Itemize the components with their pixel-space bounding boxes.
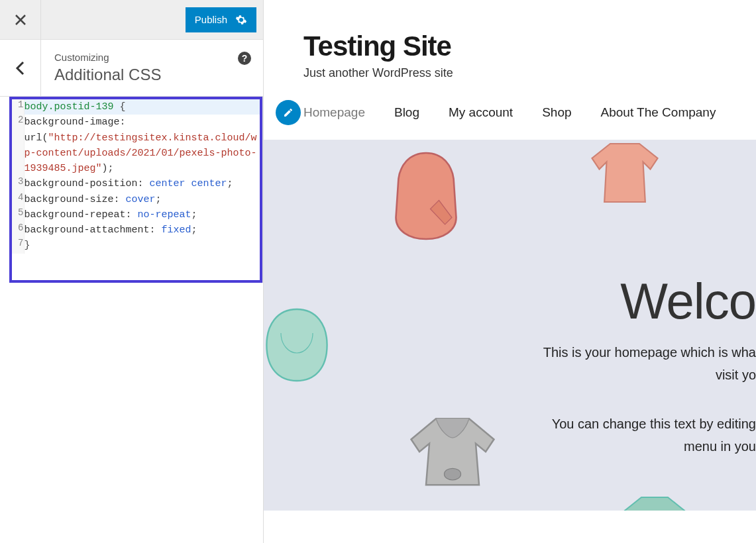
edit-shortcut-button[interactable] <box>276 100 301 125</box>
svg-point-0 <box>445 468 461 480</box>
back-button[interactable] <box>0 40 41 96</box>
close-customizer-button[interactable] <box>0 0 41 40</box>
customizer-sidebar: Publish Customizing Additional CSS ? 1bo… <box>0 0 264 543</box>
hero-paragraph: menu in you <box>684 439 756 454</box>
code-editor-content: 1body.postid-139 {2background-image:url(… <box>12 99 260 254</box>
publish-button[interactable]: Publish <box>186 7 256 32</box>
site-preview: Testing Site Just another WordPress site… <box>264 0 756 543</box>
menu-item[interactable]: My account <box>449 105 513 120</box>
pencil-icon <box>283 107 294 118</box>
gear-icon <box>235 14 247 26</box>
menu-item[interactable]: About The Company <box>601 105 716 120</box>
panel-header: Customizing Additional CSS ? <box>0 40 263 97</box>
help-button[interactable]: ? <box>238 52 251 65</box>
publish-button-label: Publish <box>195 14 227 25</box>
help-icon: ? <box>242 53 248 64</box>
panel-title: Additional CSS <box>54 66 251 84</box>
menu-item[interactable]: Shop <box>542 105 571 120</box>
hero-paragraph: This is your homepage which is wha <box>543 345 756 360</box>
close-icon <box>15 14 27 26</box>
hero-paragraph: You can change this text by editing <box>552 417 756 432</box>
css-editor[interactable]: 1body.postid-139 {2background-image:url(… <box>9 97 262 283</box>
hero-heading: Welco <box>620 272 756 330</box>
chevron-left-icon <box>15 61 26 75</box>
garment-illustration <box>403 405 502 491</box>
customizer-topbar: Publish <box>0 0 263 40</box>
menu-item[interactable]: Blog <box>394 105 419 120</box>
menu-item[interactable]: Homepage <box>303 105 365 120</box>
hero-section: Welco This is your homepage which is wha… <box>264 140 756 511</box>
hero-paragraph: visit yo <box>716 368 756 383</box>
primary-menu: HomepageBlogMy accountShopAbout The Comp… <box>303 105 756 120</box>
garment-illustration <box>383 146 469 246</box>
garment-illustration <box>264 299 337 391</box>
garment-illustration <box>588 140 661 206</box>
garment-illustration <box>621 494 688 511</box>
site-tagline: Just another WordPress site <box>303 66 756 80</box>
site-title[interactable]: Testing Site <box>303 30 756 62</box>
panel-breadcrumb: Customizing <box>54 52 251 63</box>
